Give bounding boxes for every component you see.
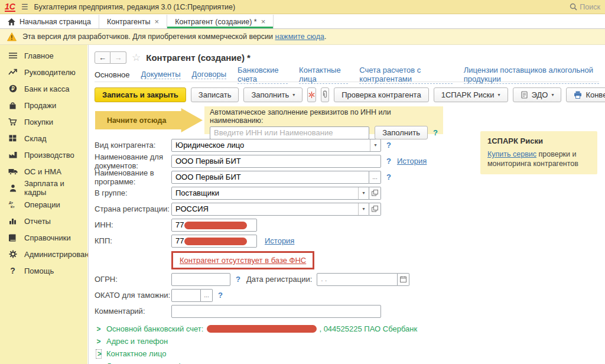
country-select[interactable]: РОССИЯ ▾ bbox=[171, 203, 369, 216]
sidebar: Главное Руководителю ₽ Банк и касса Прод… bbox=[0, 45, 87, 364]
tab-home[interactable]: Начальная страница bbox=[0, 15, 99, 28]
section-address-phone[interactable]: > Адрес и телефон bbox=[96, 335, 599, 347]
calendar-icon[interactable] bbox=[398, 273, 409, 286]
tab-contractor-new[interactable]: Контрагент (создание) * × bbox=[167, 15, 274, 28]
sidebar-item-administrirovanie[interactable]: Администрирование bbox=[0, 246, 87, 262]
comment-input[interactable] bbox=[171, 305, 381, 318]
tab-kontaktnye-lica[interactable]: Контактные лица bbox=[299, 66, 348, 84]
kpp-input[interactable]: 77 bbox=[171, 235, 257, 248]
sidebar-item-pokupki[interactable]: Покупки bbox=[0, 113, 87, 130]
chevron-right-icon[interactable]: > bbox=[96, 325, 102, 333]
redacted-value bbox=[184, 222, 247, 229]
spark-check-button[interactable] bbox=[307, 87, 316, 102]
sidebar-item-rukovoditelyu[interactable]: Руководителю bbox=[0, 64, 87, 80]
sidebar-item-prodazhi[interactable]: Продажи bbox=[0, 97, 87, 113]
spark-risks-dropdown-button[interactable]: 1СПАРК Риски▾ bbox=[434, 87, 508, 102]
name-program-label: Наименование в программе: bbox=[95, 168, 171, 186]
section-additional-info[interactable]: > Дополнительная информация bbox=[96, 360, 599, 364]
tab-bankovskie-scheta[interactable]: Банковские счета bbox=[238, 66, 288, 84]
open-icon[interactable] bbox=[369, 203, 381, 216]
section-contact-person[interactable]: > Контактное лицо bbox=[96, 347, 599, 360]
name-docs-input[interactable]: ООО Первый БИТ bbox=[171, 155, 381, 168]
sidebar-item-proizvodstvo[interactable]: Производство bbox=[0, 147, 87, 163]
ruble-icon: ₽ bbox=[8, 84, 18, 93]
help-icon[interactable]: ? bbox=[218, 291, 223, 300]
global-search[interactable]: Поиск bbox=[570, 3, 600, 11]
sidebar-item-pomosch[interactable]: ? Помощь bbox=[0, 262, 87, 279]
help-icon[interactable]: ? bbox=[386, 157, 391, 165]
bank-account-label: Основной банковский счет: bbox=[106, 324, 203, 333]
forward-button[interactable]: → bbox=[110, 51, 126, 64]
kind-select[interactable]: Юридическое лицо ▾ bbox=[171, 139, 381, 152]
form-nav-tabs: Основное Документы Договоры Банковские с… bbox=[95, 67, 599, 82]
favorite-star-icon[interactable]: ☆ bbox=[132, 51, 141, 64]
spark-risks-panel: 1СПАРК Риски Купить сервис проверки и мо… bbox=[480, 131, 597, 174]
field-comment-row: Комментарий: bbox=[95, 303, 599, 319]
name-docs-history-link[interactable]: История bbox=[397, 157, 427, 165]
group-select[interactable]: Поставщики ▾ bbox=[171, 187, 369, 200]
check-contractor-button[interactable]: Проверка контрагента bbox=[334, 87, 428, 102]
buy-service-link[interactable]: Купить сервис bbox=[487, 150, 536, 158]
sidebar-item-glavnoe[interactable]: Главное bbox=[0, 47, 87, 64]
section-bank-account[interactable]: > Основной банковский счет: , 044525225 … bbox=[96, 323, 599, 335]
choose-button[interactable]: ... bbox=[201, 289, 213, 302]
1c-logo-icon: 1С bbox=[5, 2, 15, 12]
chevron-down-icon[interactable]: ▾ bbox=[370, 139, 380, 151]
save-button[interactable]: Записать bbox=[191, 87, 239, 102]
help-icon[interactable]: ? bbox=[386, 141, 391, 150]
sidebar-item-otchety[interactable]: Отчеты bbox=[0, 213, 87, 229]
inn-input[interactable]: 77 bbox=[171, 219, 257, 232]
inn-or-name-input[interactable] bbox=[210, 126, 369, 139]
tab-dogovory[interactable]: Договоры bbox=[192, 70, 226, 79]
help-icon[interactable]: ? bbox=[433, 128, 438, 137]
tab-contractors[interactable]: Контрагенты × bbox=[99, 15, 167, 28]
fns-status-row: Контрагент отсутствует в базе ФНС bbox=[95, 249, 599, 271]
chevron-right-icon[interactable]: > bbox=[96, 337, 102, 346]
reg-date-input[interactable]: . . bbox=[317, 273, 398, 286]
fill-dropdown-button[interactable]: Заполнить▾ bbox=[243, 87, 302, 102]
chevron-right-icon[interactable]: > bbox=[96, 362, 102, 364]
tab-dokumenty[interactable]: Документы bbox=[141, 70, 181, 79]
tab-licenzii-postavschikov[interactable]: Лицензии поставщиков алкогольной продукц… bbox=[464, 66, 599, 84]
field-inn-row: ИНН: 77 bbox=[95, 217, 599, 233]
autofill-fill-button[interactable]: Заполнить bbox=[375, 126, 428, 139]
chevron-right-icon[interactable]: > bbox=[96, 349, 102, 359]
close-icon[interactable]: × bbox=[155, 17, 160, 26]
sidebar-item-operacii[interactable]: ДтКт Операции bbox=[0, 196, 87, 213]
edo-dropdown-button[interactable]: ЭДО▾ bbox=[513, 87, 562, 102]
tab-scheta-raschetov[interactable]: Счета расчетов с контрагентами bbox=[359, 66, 452, 84]
back-button[interactable]: ← bbox=[95, 51, 110, 64]
form-header: ← → ☆ Контрагент (создание) * bbox=[95, 50, 599, 65]
sidebar-item-bank-i-kassa[interactable]: ₽ Банк и касса bbox=[0, 80, 87, 97]
sidebar-item-zarplata-i-kadry[interactable]: Зарплата и кадры bbox=[0, 180, 87, 196]
okato-input[interactable] bbox=[171, 289, 201, 302]
tab-home-label: Начальная страница bbox=[19, 18, 91, 26]
main-menu-icon[interactable]: ☰ bbox=[21, 2, 28, 11]
kpp-history-link[interactable]: История bbox=[265, 236, 294, 245]
chevron-down-icon: ▾ bbox=[498, 92, 500, 98]
fns-status-link[interactable]: Контрагент отсутствует в базе ФНС bbox=[180, 256, 306, 265]
choose-button[interactable]: ... bbox=[369, 171, 381, 184]
sidebar-item-sklad[interactable]: Склад bbox=[0, 130, 87, 147]
trend-icon bbox=[8, 69, 18, 76]
chevron-down-icon: ▾ bbox=[551, 92, 554, 98]
chevron-down-icon[interactable]: ▾ bbox=[358, 187, 369, 199]
name-program-input[interactable]: ООО Первый БИТ bbox=[171, 171, 369, 184]
attachments-button[interactable] bbox=[321, 87, 329, 102]
kind-label: Вид контрагента: bbox=[95, 141, 171, 150]
chevron-down-icon[interactable]: ▾ bbox=[358, 203, 369, 215]
save-and-close-button[interactable]: Записать и закрыть bbox=[95, 87, 186, 102]
redacted-value bbox=[207, 325, 317, 333]
paperclip-icon bbox=[321, 90, 328, 99]
sidebar-item-spravochniki[interactable]: Справочники bbox=[0, 229, 87, 246]
ogrn-input[interactable] bbox=[171, 273, 230, 286]
autofill-hint: Начните отсюда Автоматическое заполнение… bbox=[95, 106, 599, 134]
close-icon[interactable]: × bbox=[261, 17, 266, 26]
help-icon[interactable]: ? bbox=[386, 173, 391, 181]
tab-osnovnoe[interactable]: Основное bbox=[95, 70, 130, 79]
buy-commercial-link[interactable]: нажмите сюда bbox=[275, 32, 324, 41]
envelope-button[interactable]: Конверт bbox=[566, 87, 605, 102]
help-icon[interactable]: ? bbox=[236, 275, 240, 284]
open-icon[interactable] bbox=[369, 187, 381, 200]
sidebar-item-os-i-nma[interactable]: ОС и НМА bbox=[0, 163, 87, 180]
